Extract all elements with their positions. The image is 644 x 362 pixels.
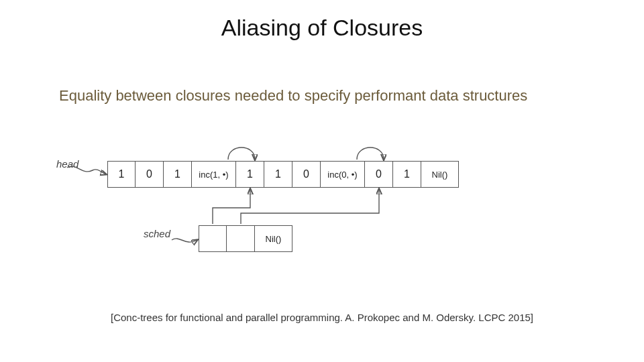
slide-title: Aliasing of Closures — [0, 15, 644, 41]
pointer-arrows — [54, 141, 604, 275]
citation: [Conc-trees for functional and parallel … — [0, 312, 644, 323]
slide-subtitle: Equality between closures needed to spec… — [59, 87, 527, 105]
closure-diagram: head sched 101inc(1, •)110inc(0, •)01Nil… — [54, 141, 604, 275]
